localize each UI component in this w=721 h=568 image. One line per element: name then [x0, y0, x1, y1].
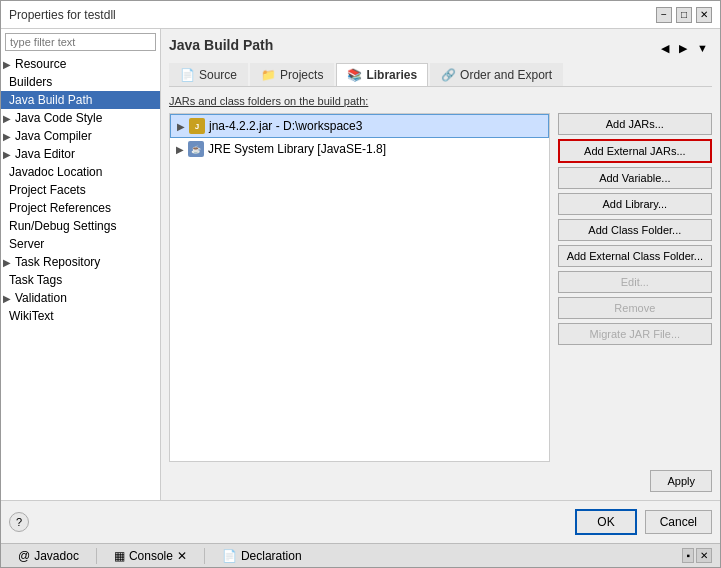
apply-button[interactable]: Apply: [650, 470, 712, 492]
sidebar-item-java-build-path[interactable]: Java Build Path: [1, 91, 160, 109]
sidebar-item-task-tags[interactable]: Task Tags: [1, 271, 160, 289]
sidebar-item-java-editor[interactable]: ▶ Java Editor: [1, 145, 160, 163]
remove-button[interactable]: Remove: [558, 297, 712, 319]
expand-arrow: ▶: [3, 59, 11, 70]
sidebar-item-wikitext[interactable]: WikiText: [1, 307, 160, 325]
sidebar-item-label: Resource: [15, 57, 66, 71]
projects-icon: 📁: [261, 68, 276, 82]
content-area: Java Build Path ◀ ▶ ▼ 📄 Source 📁 Project…: [161, 29, 720, 500]
sidebar-item-project-references[interactable]: Project References: [1, 199, 160, 217]
statusbar-close-button[interactable]: ✕: [696, 548, 712, 563]
sidebar-item-label: Project Facets: [9, 183, 86, 197]
sidebar-item-resource[interactable]: ▶ Resource: [1, 55, 160, 73]
jar-item-jna[interactable]: ▶ J jna-4.2.2.jar - D:\workspace3: [170, 114, 549, 138]
filter-input[interactable]: [5, 33, 156, 51]
jar-item-label: jna-4.2.2.jar - D:\workspace3: [209, 119, 362, 133]
jar-item-label: JRE System Library [JavaSE-1.8]: [208, 142, 386, 156]
migrate-jar-button[interactable]: Migrate JAR File...: [558, 323, 712, 345]
expand-arrow: ▶: [3, 131, 11, 142]
sidebar-item-project-facets[interactable]: Project Facets: [1, 181, 160, 199]
maximize-button[interactable]: □: [676, 7, 692, 23]
add-library-button[interactable]: Add Library...: [558, 193, 712, 215]
statusbar-view-controls: ▪ ✕: [682, 548, 712, 563]
sidebar-item-java-code-style[interactable]: ▶ Java Code Style: [1, 109, 160, 127]
tab-source[interactable]: 📄 Source: [169, 63, 248, 86]
jar-expand-arrow: ▶: [177, 121, 185, 132]
javadoc-icon: @: [18, 549, 30, 563]
sidebar-item-server[interactable]: Server: [1, 235, 160, 253]
jar-expand-arrow: ▶: [176, 144, 184, 155]
expand-arrow: ▶: [3, 257, 11, 268]
tab-order-export[interactable]: 🔗 Order and Export: [430, 63, 563, 86]
tab-projects[interactable]: 📁 Projects: [250, 63, 334, 86]
help-button[interactable]: ?: [9, 512, 29, 532]
tab-label: Order and Export: [460, 68, 552, 82]
expand-arrow: ▶: [3, 149, 11, 160]
dialog-footer: ? OK Cancel: [1, 500, 720, 543]
ok-button[interactable]: OK: [575, 509, 636, 535]
add-external-jars-button[interactable]: Add External JARs...: [558, 139, 712, 163]
sidebar-item-label: Java Code Style: [15, 111, 102, 125]
sidebar-item-task-repository[interactable]: ▶ Task Repository: [1, 253, 160, 271]
dialog-title: Properties for testdll: [9, 8, 116, 22]
sidebar-item-label: Java Compiler: [15, 129, 92, 143]
title-controls: − □ ✕: [656, 7, 712, 23]
statusbar-javadoc-label: Javadoc: [34, 549, 79, 563]
sidebar-item-label: Java Build Path: [9, 93, 92, 107]
sidebar-item-label: Task Repository: [15, 255, 100, 269]
add-variable-button[interactable]: Add Variable...: [558, 167, 712, 189]
close-button[interactable]: ✕: [696, 7, 712, 23]
sidebar-item-label: Run/Debug Settings: [9, 219, 116, 233]
statusbar-console[interactable]: ▦ Console ✕: [105, 546, 196, 566]
minimize-button[interactable]: −: [656, 7, 672, 23]
tab-bar: 📄 Source 📁 Projects 📚 Libraries 🔗 Order …: [169, 63, 712, 87]
sidebar-item-label: Java Editor: [15, 147, 75, 161]
add-jars-button[interactable]: Add JARs...: [558, 113, 712, 135]
edit-button[interactable]: Edit...: [558, 271, 712, 293]
add-class-folder-button[interactable]: Add Class Folder...: [558, 219, 712, 241]
sidebar-item-label: Builders: [9, 75, 52, 89]
statusbar: @ Javadoc ▦ Console ✕ 📄 Declaration ▪ ✕: [1, 543, 720, 567]
sidebar-item-javadoc-location[interactable]: Javadoc Location: [1, 163, 160, 181]
cancel-button[interactable]: Cancel: [645, 510, 712, 534]
back-button[interactable]: ◀: [657, 40, 673, 57]
sidebar-item-builders[interactable]: Builders: [1, 73, 160, 91]
properties-dialog: Properties for testdll − □ ✕ ▶ Resource …: [0, 0, 721, 568]
jar-file-icon: J: [189, 118, 205, 134]
expand-arrow: ▶: [3, 113, 11, 124]
console-icon: ▦: [114, 549, 125, 563]
declaration-icon: 📄: [222, 549, 237, 563]
nav-bar: Java Build Path ◀ ▶ ▼: [169, 37, 712, 59]
sidebar-item-label: Project References: [9, 201, 111, 215]
sidebar-list: ▶ Resource Builders Java Build Path ▶ Ja…: [1, 55, 160, 500]
jar-list[interactable]: ▶ J jna-4.2.2.jar - D:\workspace3 ▶ ☕ JR…: [169, 113, 550, 462]
build-path-content: ▶ J jna-4.2.2.jar - D:\workspace3 ▶ ☕ JR…: [169, 113, 712, 462]
sidebar-item-label: Validation: [15, 291, 67, 305]
dropdown-button[interactable]: ▼: [693, 40, 712, 57]
expand-arrow: ▶: [3, 293, 11, 304]
sidebar: ▶ Resource Builders Java Build Path ▶ Ja…: [1, 29, 161, 500]
sidebar-item-run-debug-settings[interactable]: Run/Debug Settings: [1, 217, 160, 235]
sidebar-item-label: Task Tags: [9, 273, 62, 287]
sidebar-item-validation[interactable]: ▶ Validation: [1, 289, 160, 307]
statusbar-separator-2: [204, 548, 205, 564]
action-buttons-panel: Add JARs... Add External JARs... Add Var…: [558, 113, 712, 462]
tab-libraries[interactable]: 📚 Libraries: [336, 63, 428, 86]
jar-item-jre[interactable]: ▶ ☕ JRE System Library [JavaSE-1.8]: [170, 138, 549, 160]
add-external-class-folder-button[interactable]: Add External Class Folder...: [558, 245, 712, 267]
tab-label: Libraries: [366, 68, 417, 82]
statusbar-javadoc[interactable]: @ Javadoc: [9, 546, 88, 566]
main-area: ▶ Resource Builders Java Build Path ▶ Ja…: [1, 29, 720, 500]
statusbar-declaration[interactable]: 📄 Declaration: [213, 546, 311, 566]
sidebar-item-label: Javadoc Location: [9, 165, 102, 179]
jar-list-label: JARs and class folders on the build path…: [169, 95, 712, 107]
statusbar-console-label: Console: [129, 549, 173, 563]
tab-label: Projects: [280, 68, 323, 82]
statusbar-console-close[interactable]: ✕: [177, 549, 187, 563]
source-icon: 📄: [180, 68, 195, 82]
forward-button[interactable]: ▶: [675, 40, 691, 57]
title-bar: Properties for testdll − □ ✕: [1, 1, 720, 29]
statusbar-minimize-button[interactable]: ▪: [682, 548, 694, 563]
dialog-action-buttons: OK Cancel: [575, 509, 712, 535]
sidebar-item-java-compiler[interactable]: ▶ Java Compiler: [1, 127, 160, 145]
